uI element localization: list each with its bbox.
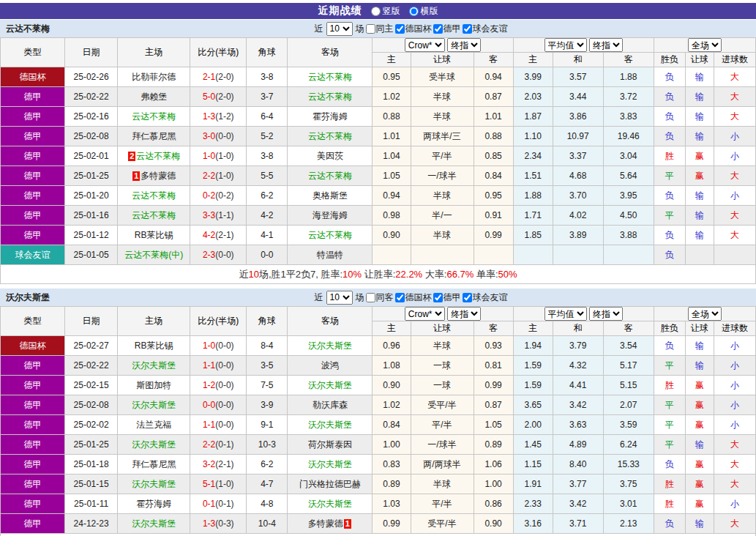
- average-stage-select[interactable]: 终指: [589, 38, 623, 52]
- home-team-link[interactable]: 沃尔夫斯堡: [132, 518, 176, 529]
- same-venue-option[interactable]: 同主: [366, 23, 394, 35]
- vertical-layout-option[interactable]: 竖版: [371, 5, 400, 18]
- vertical-layout-radio[interactable]: [371, 7, 381, 16]
- league-option[interactable]: 德甲: [433, 291, 461, 304]
- home-team-cell: RB莱比锡: [118, 336, 190, 356]
- crow-handicap: 平/半: [411, 494, 474, 514]
- cup-checkbox[interactable]: [395, 24, 405, 34]
- sub-header-handicap: 让球: [411, 321, 474, 336]
- avg-home-odds: 1.91: [513, 474, 553, 494]
- friendly-checkbox[interactable]: [463, 293, 472, 302]
- result-handicap: 输: [685, 87, 714, 107]
- away-team-link[interactable]: 勒沃库森: [312, 400, 348, 410]
- fulltime-select[interactable]: 全场: [688, 38, 722, 52]
- home-team-link[interactable]: 沃尔夫斯堡: [132, 479, 176, 489]
- away-team-link[interactable]: 沃尔夫斯堡: [308, 499, 352, 509]
- fulltime-select[interactable]: 全场: [688, 307, 722, 321]
- friendly-checkbox[interactable]: [463, 24, 472, 34]
- home-team-link[interactable]: RB莱比锡: [135, 340, 173, 351]
- away-team-link[interactable]: 波鸿: [321, 360, 339, 371]
- cup-option[interactable]: 德国杯: [395, 291, 432, 304]
- sub-header-home-odds: 主: [373, 321, 411, 336]
- match-type-badge: 德甲: [1, 186, 65, 206]
- away-team-link[interactable]: 霍芬海姆: [312, 111, 348, 122]
- league-checkbox[interactable]: [433, 24, 443, 34]
- avg-draw-odds: 3.37: [553, 146, 603, 166]
- result-handicap: 输: [685, 226, 714, 245]
- average-select[interactable]: 平均值: [544, 307, 587, 321]
- bookmaker-select[interactable]: Crow*: [405, 307, 445, 321]
- home-team-link[interactable]: 沃尔夫斯堡: [132, 360, 176, 371]
- home-team-link[interactable]: 斯图加特: [136, 380, 171, 390]
- bookmaker-select[interactable]: Crow*: [405, 38, 445, 52]
- away-team-link[interactable]: 云达不莱梅: [308, 230, 352, 240]
- league-checkbox[interactable]: [433, 293, 443, 302]
- away-team-link[interactable]: 特温特: [317, 250, 343, 260]
- away-team-link[interactable]: 沃尔夫斯堡: [308, 380, 352, 390]
- away-team-link[interactable]: 云达不莱梅: [308, 131, 352, 141]
- crow-handicap: 受平/半: [411, 514, 474, 534]
- home-team-link[interactable]: 云达不莱梅(中): [124, 250, 183, 260]
- home-team-link[interactable]: 沃尔夫斯堡: [132, 400, 176, 410]
- home-team-cell: 1多特蒙德: [118, 166, 190, 186]
- sub-header-handicap-result: 让球: [685, 53, 714, 67]
- away-team-link[interactable]: 沃尔夫斯堡: [308, 420, 352, 430]
- home-team-link[interactable]: 云达不莱梅: [132, 111, 176, 122]
- away-team-link[interactable]: 荷尔斯泰因: [308, 439, 352, 450]
- home-team-link[interactable]: 拜仁慕尼黑: [132, 459, 176, 469]
- match-type-badge: 德甲: [1, 206, 65, 226]
- away-team-link[interactable]: 美因茨: [317, 151, 343, 161]
- away-team-link[interactable]: 门兴格拉德巴赫: [299, 479, 361, 489]
- avg-home-odds: 1.59: [513, 356, 553, 376]
- home-team-cell: 沃尔夫斯堡: [118, 474, 190, 494]
- col-header-away: 客场: [288, 307, 373, 336]
- same-venue-checkbox[interactable]: [366, 293, 375, 302]
- away-team-link[interactable]: 海登海姆: [312, 210, 348, 220]
- away-team-link[interactable]: 沃尔夫斯堡: [308, 340, 352, 351]
- away-team-link[interactable]: 奥格斯堡: [312, 190, 348, 201]
- away-team-cell: 云达不莱梅: [288, 87, 373, 107]
- home-team-link[interactable]: RB莱比锡: [135, 230, 173, 240]
- average-select[interactable]: 平均值: [544, 38, 587, 52]
- odds-stage-select[interactable]: 终指: [447, 38, 481, 52]
- horizontal-layout-option[interactable]: 横版: [409, 5, 438, 18]
- home-team-link[interactable]: 拜仁慕尼黑: [132, 131, 176, 141]
- match-count-select[interactable]: 10: [326, 22, 353, 36]
- home-team-link[interactable]: 云达不莱梅: [132, 210, 176, 220]
- home-team-link[interactable]: 多特蒙德: [141, 171, 176, 181]
- horizontal-layout-radio[interactable]: [409, 7, 419, 16]
- home-team-link[interactable]: 霍芬海姆: [136, 499, 171, 509]
- result-winlose: 胜: [654, 376, 685, 395]
- same-venue-checkbox[interactable]: [366, 24, 375, 34]
- away-team-link[interactable]: 云达不莱梅: [308, 92, 352, 102]
- crow-away-odds: 1.05: [474, 415, 513, 435]
- home-team-link[interactable]: 弗赖堡: [141, 92, 167, 102]
- match-date: 25-02-27: [65, 336, 118, 356]
- result-handicap: 赢: [685, 166, 714, 186]
- league-option[interactable]: 德甲: [433, 23, 461, 35]
- home-team-link[interactable]: 比勒菲尔德: [132, 72, 176, 82]
- home-team-link[interactable]: 法兰克福: [136, 420, 171, 430]
- result-winlose: 负: [654, 87, 685, 107]
- odds-stage-select[interactable]: 终指: [447, 307, 481, 321]
- home-team-link[interactable]: 沃尔夫斯堡: [132, 439, 176, 450]
- same-venue-option[interactable]: 同客: [366, 291, 394, 304]
- crow-home-odds: 1.01: [373, 127, 411, 146]
- match-date: 25-01-18: [65, 455, 118, 474]
- avg-away-odds: 3.04: [603, 146, 654, 166]
- match-count-select[interactable]: 10: [326, 291, 353, 305]
- crow-handicap: 一/球半: [411, 435, 474, 455]
- friendly-option[interactable]: 球会友谊: [463, 291, 508, 304]
- average-stage-select[interactable]: 终指: [589, 307, 623, 321]
- cup-option[interactable]: 德国杯: [395, 23, 432, 35]
- friendly-option[interactable]: 球会友谊: [463, 23, 508, 35]
- away-team-link[interactable]: 云达不莱梅: [308, 171, 352, 181]
- home-team-cell: 沃尔夫斯堡: [118, 514, 190, 534]
- away-team-link[interactable]: 多特蒙德: [308, 518, 343, 529]
- home-team-link[interactable]: 云达不莱梅: [132, 190, 176, 201]
- away-team-link[interactable]: 云达不莱梅: [308, 72, 352, 82]
- halftime-score: (2-0): [215, 92, 233, 102]
- away-team-link[interactable]: 沃尔夫斯堡: [308, 459, 352, 469]
- home-team-link[interactable]: 云达不莱梅: [136, 151, 180, 161]
- cup-checkbox[interactable]: [395, 293, 405, 302]
